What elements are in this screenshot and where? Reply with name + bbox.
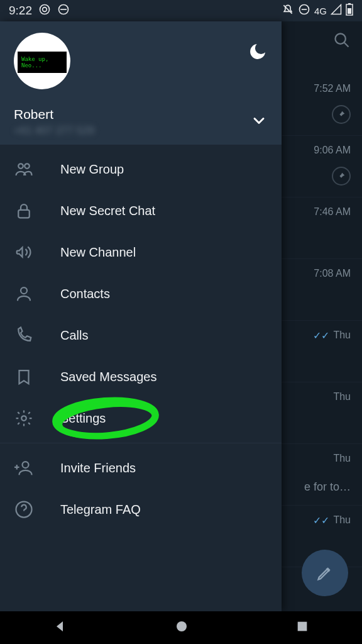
do-not-disturb-icon [298,3,310,19]
person-add-icon [14,458,34,478]
navigation-drawer: Wake up, Neo... Robert +61 407 277 529 [0,21,282,611]
menu-label: Saved Messages [60,370,156,384]
menu-label: New Group [60,162,124,177]
battery-icon [346,3,353,19]
home-button[interactable] [174,619,189,636]
svg-point-11 [21,287,27,294]
chat-time: Thu [333,391,351,402]
svg-point-15 [23,462,29,468]
svg-point-0 [40,4,49,14]
lock-icon [14,201,34,221]
compose-fab[interactable] [302,550,348,596]
menu-label: New Channel [60,245,136,260]
phone-icon [14,325,34,345]
menu-new-group[interactable]: New Group [0,148,282,190]
avatar-text: Wake up, Neo... [18,52,67,73]
search-icon[interactable] [333,31,351,52]
menu-label: New Secret Chat [60,204,155,218]
svg-rect-10 [18,210,30,218]
night-mode-icon[interactable] [248,42,268,64]
signal-icon [331,4,342,18]
app-indicator-icon-2 [57,3,70,19]
chat-time: Thu [333,453,351,464]
chevron-down-icon[interactable] [250,112,268,132]
person-icon [14,284,34,304]
menu-label: Calls [60,328,88,343]
menu-saved-messages[interactable]: Saved Messages [0,356,282,397]
menu-new-channel[interactable]: New Channel [0,231,282,273]
back-button[interactable] [53,619,68,636]
account-phone: +61 407 277 529 [14,125,94,137]
system-nav-bar [0,611,362,644]
svg-point-12 [21,416,26,421]
app-indicator-icon [38,3,51,19]
chat-time: 7:52 AM [314,83,351,94]
menu-new-secret-chat[interactable]: New Secret Chat [0,190,282,231]
status-time: 9:22 [9,4,32,18]
menu-label: Contacts [60,287,110,301]
svg-rect-18 [297,622,307,631]
network-label: 4G [314,6,327,16]
pinned-icon [332,105,351,124]
read-ticks-icon: ✓✓ [313,514,329,526]
help-icon [14,499,34,519]
menu-settings[interactable]: Settings [0,397,282,439]
avatar[interactable]: Wake up, Neo... [14,33,70,89]
gear-icon [14,408,34,428]
drawer-menu: New Group New Secret Chat New Channel Co… [0,145,282,530]
svg-point-17 [177,621,187,631]
menu-label: Invite Friends [60,461,136,475]
menu-label: Settings [60,411,106,426]
menu-divider [0,443,282,443]
chat-time: 7:46 AM [314,206,351,218]
menu-contacts[interactable]: Contacts [0,273,282,314]
svg-point-1 [43,7,47,11]
chat-time: Thu [333,330,351,341]
group-icon [14,159,34,179]
chat-time: 7:08 AM [314,268,351,279]
recents-button[interactable] [295,619,309,636]
svg-rect-6 [348,3,351,4]
menu-telegram-faq[interactable]: Telegram FAQ [0,489,282,530]
chat-preview: e for to… [304,480,351,494]
read-ticks-icon: ✓✓ [313,330,329,341]
svg-rect-5 [348,8,351,14]
chat-time: Thu [333,514,351,526]
drawer-header: Wake up, Neo... Robert +61 407 277 529 [0,21,282,145]
bookmark-icon [14,367,34,387]
pinned-icon [332,167,351,186]
menu-calls[interactable]: Calls [0,314,282,356]
menu-label: Telegram FAQ [60,502,141,517]
svg-point-7 [336,34,346,44]
svg-point-9 [25,164,30,169]
chat-time: 9:06 AM [314,145,351,156]
megaphone-icon [14,242,34,262]
account-name: Robert [14,107,94,122]
status-bar: 9:22 4G [0,0,362,21]
svg-point-8 [18,164,23,169]
menu-invite-friends[interactable]: Invite Friends [0,447,282,489]
notifications-off-icon [282,3,294,19]
